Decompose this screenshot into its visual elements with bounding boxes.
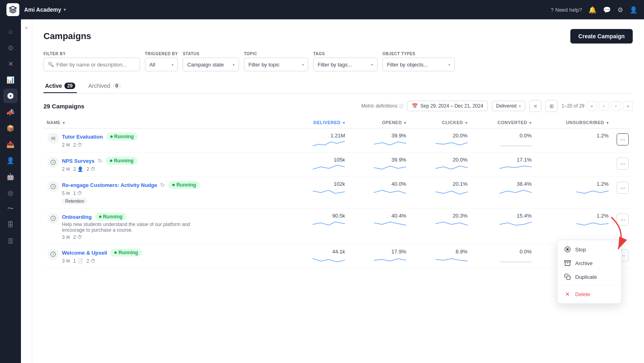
campaign-link[interactable]: Onboarding: [62, 214, 92, 220]
menu-item-stop[interactable]: Stop: [557, 243, 621, 256]
sidebar-item-target[interactable]: ◎: [3, 185, 18, 200]
object-types-select[interactable]: Filter by objects... ▾: [382, 58, 455, 71]
sidebar-item-campaigns[interactable]: [3, 89, 18, 103]
opened-sparkline: [374, 139, 406, 148]
triggered-by-select[interactable]: All ▾: [145, 58, 178, 71]
topic-value: Filter by topic: [248, 62, 279, 68]
campaign-description: Help new students understand the value o…: [62, 222, 199, 233]
user-icon[interactable]: 👤: [630, 6, 638, 14]
date-range-picker[interactable]: 📅 Sep 29, 2024 – Dec 21, 2024: [407, 101, 487, 111]
converted-cell: 17.1%: [472, 153, 536, 177]
actions-cell: ···: [613, 153, 633, 177]
search-icon: 🔍: [48, 62, 54, 67]
campaign-meta: 2 ✉ 2 ⏱: [62, 142, 138, 148]
sidebar-item-person[interactable]: 👤: [3, 153, 18, 168]
status-badge: Running: [95, 213, 127, 221]
campaign-link[interactable]: NPS Surveys: [62, 158, 95, 164]
more-btn-3[interactable]: ···: [617, 182, 629, 194]
sidebar-item-megaphone[interactable]: 📣: [3, 105, 18, 119]
app-name: Ami Academy: [24, 6, 61, 13]
pagination: 1–20 of 29 « ‹ › »: [561, 101, 633, 111]
sidebar-item-close[interactable]: ✕: [3, 56, 18, 71]
view-toggle-btn[interactable]: ⊞: [545, 100, 557, 112]
filter-toggle-btn[interactable]: ≡: [529, 100, 541, 112]
clicked-value: 20.0%: [453, 157, 468, 163]
sidebar-item-chart[interactable]: 📊: [3, 73, 18, 87]
metric-def-label: Metric definitions: [361, 103, 397, 109]
email-count: 2 ✉: [62, 142, 70, 148]
menu-item-archive[interactable]: Archive: [557, 256, 621, 270]
notifications-icon[interactable]: 🔔: [588, 6, 597, 14]
more-btn-1[interactable]: ···: [617, 133, 629, 145]
sidebar-item-box[interactable]: 📦: [3, 121, 18, 135]
delivered-cell: 90.5k: [288, 209, 349, 245]
opened-sparkline: [374, 255, 406, 264]
filter-by-text-input[interactable]: [56, 62, 136, 68]
timer-count: 2 ⏱: [73, 234, 82, 240]
status-select[interactable]: Campaign state ▾: [183, 58, 239, 71]
th-delivered[interactable]: DELIVERED ▾: [288, 117, 349, 129]
tags-select[interactable]: Filter by tags... ▾: [313, 58, 378, 71]
topic-select[interactable]: Filter by topic ▾: [244, 58, 308, 71]
clicked-cell: 8.9%: [410, 245, 471, 269]
page-next-btn[interactable]: ›: [611, 101, 621, 111]
campaign-link[interactable]: Re-engage Customers: Activity Nudge: [62, 182, 157, 188]
th-unsubscribed[interactable]: UNSUBSCRIBED ▾: [536, 117, 613, 129]
delivered-select[interactable]: Delivered ▾: [492, 101, 526, 111]
app-logo[interactable]: [6, 3, 19, 16]
sidebar-item-dashboard[interactable]: ⊙: [3, 40, 18, 55]
tab-archived[interactable]: Archived 0: [87, 79, 122, 93]
th-opened[interactable]: OPENED ▾: [349, 117, 410, 129]
delivered-value: 1.21M: [330, 133, 345, 139]
timer-count: 2 ⏱: [87, 166, 95, 172]
filter-by-input[interactable]: 🔍: [43, 58, 140, 71]
menu-archive-label: Archive: [575, 260, 592, 266]
doc-count: 1 📄: [73, 258, 83, 264]
campaign-link[interactable]: Welcome & Upsell: [62, 250, 107, 256]
menu-item-duplicate[interactable]: Duplicate: [557, 270, 621, 284]
tab-active[interactable]: Active 29: [43, 79, 77, 93]
sidebar-item-pulse[interactable]: 〜: [3, 201, 18, 216]
opened-sparkline: [374, 163, 406, 172]
converted-sparkline: [500, 163, 532, 172]
sidebar-icons: ⌂ ⊙ ✕ 📊 📣 📦 📥 👤 🤖 ◎ 〜 🗄 ☰: [0, 19, 21, 363]
delivered-sparkline: [313, 219, 345, 228]
campaign-icon: [47, 213, 59, 224]
menu-item-delete[interactable]: ✕ Delete: [557, 287, 621, 301]
topbar-right: ? Need help? 🔔 💬 ⚙ 👤: [551, 6, 638, 14]
settings-icon[interactable]: ⚙: [617, 6, 623, 14]
page-last-btn[interactable]: »: [623, 101, 633, 111]
archive-icon: [564, 259, 571, 267]
more-btn-4[interactable]: ···: [617, 214, 629, 226]
page-first-btn[interactable]: «: [587, 101, 597, 111]
chat-icon[interactable]: 💬: [603, 6, 611, 14]
create-campaign-button[interactable]: Create Campaign: [570, 29, 633, 44]
timer-count: 2 ⏱: [73, 142, 82, 148]
opened-value: 17.9%: [392, 249, 407, 255]
status-chevron: ▾: [233, 62, 235, 67]
clicked-cell: 20.1%: [410, 177, 471, 209]
th-clicked[interactable]: CLICKED ▾: [410, 117, 471, 129]
more-btn-2[interactable]: ···: [617, 158, 629, 170]
delivered-sparkline: [313, 187, 345, 197]
timer-count: 1 ⏱: [73, 191, 82, 196]
sidebar-collapse-btn[interactable]: »: [25, 24, 28, 31]
help-link[interactable]: ? Need help?: [551, 7, 582, 13]
sidebar-item-robot[interactable]: 🤖: [3, 169, 18, 184]
person-count: 2 👤: [73, 166, 83, 172]
metric-definitions-link[interactable]: Metric definitions ⓘ: [361, 103, 403, 109]
campaign-icon: ✉: [47, 133, 59, 144]
sidebar-item-database[interactable]: 🗄: [3, 218, 18, 232]
sidebar-item-inbox[interactable]: 📥: [3, 137, 18, 151]
clicked-sparkline: [436, 255, 468, 264]
sidebar-item-list[interactable]: ☰: [3, 234, 18, 248]
filter-icon: ≡: [534, 103, 537, 109]
email-count: 5 ✉: [62, 191, 70, 196]
sidebar-item-home[interactable]: ⌂: [3, 24, 18, 39]
opened-value: 39.9%: [392, 157, 407, 163]
page-prev-btn[interactable]: ‹: [599, 101, 609, 111]
th-name[interactable]: NAME ▾: [43, 117, 288, 129]
campaign-link[interactable]: Tutor Evaluation: [62, 134, 103, 140]
th-converted[interactable]: CONVERTED ▾: [472, 117, 536, 129]
delivered-value: 105k: [334, 157, 345, 163]
